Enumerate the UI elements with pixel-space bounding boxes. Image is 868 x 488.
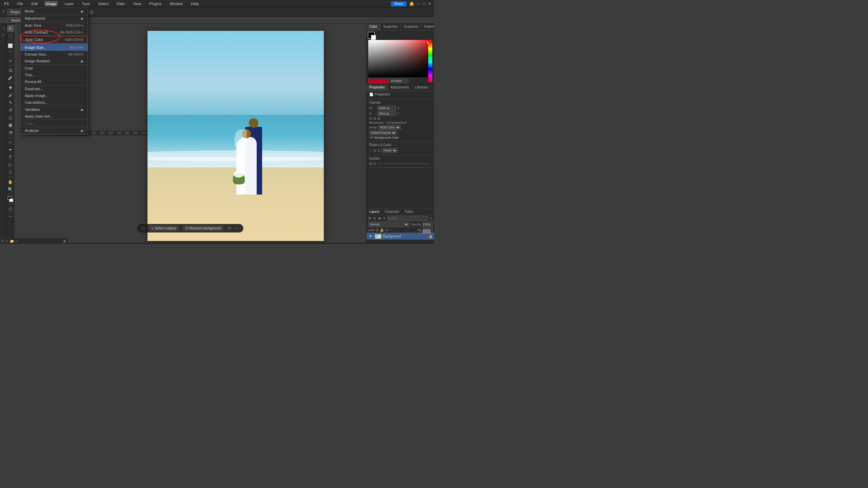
lock-icon-2[interactable]: 🔒 xyxy=(380,228,384,232)
layers-tool-2[interactable]: ⊡ xyxy=(373,216,377,221)
menu-adjustments[interactable]: Adjustments ▶ xyxy=(21,15,88,22)
hex-input[interactable] xyxy=(390,79,409,83)
pen-tool[interactable]: ✒ xyxy=(7,146,14,153)
select-subject-button[interactable]: ⌾ Select subject xyxy=(149,225,179,231)
color-mode-select[interactable]: RGB Color xyxy=(378,125,401,130)
canvas-icon-3[interactable]: ⊠ xyxy=(377,117,380,120)
opacity-input[interactable] xyxy=(422,222,433,227)
tab-paths[interactable]: Paths xyxy=(402,209,416,215)
move-tool[interactable]: ↖ xyxy=(7,25,14,32)
menu-edit[interactable]: Edit xyxy=(30,1,39,6)
tab-gradients[interactable]: Gradients xyxy=(401,24,421,30)
menu-file[interactable]: File xyxy=(16,1,25,6)
healing-tool[interactable]: ✚ xyxy=(7,84,14,91)
ruler-icon-1[interactable]: ⬚ xyxy=(369,149,372,152)
bit-depth-select[interactable]: 8 Bits/Channel xyxy=(369,130,397,135)
menu-layer[interactable]: Layer xyxy=(63,1,75,6)
menu-apply-image[interactable]: Apply Image... xyxy=(21,92,88,99)
menu-mode[interactable]: Mode ▶ xyxy=(21,8,88,15)
dodge-tool[interactable]: ○ xyxy=(7,139,14,146)
quick-mask-tool[interactable]: ⬡ xyxy=(7,206,14,212)
ruler-icon-2[interactable]: ⊞ xyxy=(374,149,376,152)
menu-plugins[interactable]: Plugins xyxy=(148,1,163,6)
remove-background-button[interactable]: ⊡ Remove background xyxy=(183,225,223,231)
menu-image-rotation[interactable]: Image Rotation ▶ xyxy=(21,58,88,64)
hue-slider[interactable] xyxy=(428,42,432,82)
crop-tool[interactable]: ⊡ xyxy=(7,67,14,74)
color-gradient-field[interactable] xyxy=(368,40,432,77)
menu-crop[interactable]: Crop xyxy=(21,65,88,72)
tab-channels[interactable]: Channels xyxy=(382,209,402,215)
menu-auto-contrast[interactable]: Auto Contrast Alt+Shift+Ctrl+L xyxy=(21,29,88,36)
eraser-tool[interactable]: ◻ xyxy=(7,114,14,121)
units-select[interactable]: Pixels xyxy=(382,148,398,153)
shape-tool[interactable]: □ xyxy=(7,169,14,176)
guide-icon-1[interactable]: ⊞ xyxy=(369,162,372,165)
path-select-tool[interactable]: ▷ xyxy=(7,161,14,168)
menu-image-size[interactable]: Image Size... Alt+Ctrl+I xyxy=(21,44,88,51)
tab-adjustments[interactable]: Adjustments xyxy=(388,84,412,91)
window-minimize-icon[interactable]: ─ xyxy=(417,1,420,6)
lock-icon-1[interactable]: ⊞ xyxy=(376,228,378,232)
history-brush-tool[interactable]: ↺ xyxy=(7,107,14,114)
tab-color[interactable]: Color xyxy=(367,24,380,30)
notification-icon[interactable]: 🔔 xyxy=(409,1,414,6)
menu-help[interactable]: Help xyxy=(190,1,200,6)
guide-icon-2[interactable]: ⊡ xyxy=(373,162,376,165)
lock-icon-4[interactable]: ↔ xyxy=(389,228,393,232)
menu-select[interactable]: Select xyxy=(97,1,110,6)
layers-tool-4[interactable]: ▾ xyxy=(382,216,387,221)
quick-select-tool[interactable]: ⌾ xyxy=(7,57,14,64)
tab-patterns[interactable]: Patterns xyxy=(421,24,434,30)
menu-duplicate[interactable]: Duplicate... xyxy=(21,85,88,92)
expand-left-icon[interactable]: ▷ xyxy=(1,32,6,37)
menu-analysis[interactable]: Analysis ▶ xyxy=(21,127,88,134)
window-close-icon[interactable]: ✕ xyxy=(428,1,431,6)
menu-window[interactable]: Window xyxy=(168,1,184,6)
extra-tools[interactable]: ⋯ xyxy=(7,213,14,220)
cancel-type-icon[interactable]: ⊘ xyxy=(88,8,94,16)
canvas-icon-1[interactable]: ⊟ xyxy=(369,117,372,120)
menu-reveal-all[interactable]: Reveal All xyxy=(21,78,88,85)
share-button[interactable]: Share xyxy=(391,1,407,6)
tab-swatches[interactable]: Swatches xyxy=(380,24,401,30)
layers-search-input[interactable] xyxy=(387,216,428,221)
menu-type[interactable]: Type xyxy=(81,1,92,6)
menu-apply-data-set[interactable]: Apply Data Set... xyxy=(21,113,88,120)
window-maximize-icon[interactable]: □ xyxy=(423,1,425,6)
canvas-icon-2[interactable]: ⊞ xyxy=(373,117,376,120)
tab-properties[interactable]: Properties xyxy=(367,84,388,91)
background-color-swatch[interactable] xyxy=(371,35,376,40)
lasso-tool[interactable]: ⌒ xyxy=(7,50,14,57)
color-preview[interactable] xyxy=(368,79,389,83)
marquee-tool[interactable]: ⬜ xyxy=(7,42,14,49)
zoom-tool[interactable]: 🔍 xyxy=(7,186,14,193)
layers-tool-1[interactable]: ⊞ xyxy=(368,216,372,221)
tab-libraries[interactable]: Libraries xyxy=(412,84,431,91)
menu-ps[interactable]: PS xyxy=(3,1,11,6)
menu-trim[interactable]: Trim... xyxy=(21,72,88,78)
ruler-icon-3[interactable]: ⊡ xyxy=(378,149,380,152)
tab-layers[interactable]: Layers xyxy=(367,209,382,215)
menu-canvas-size[interactable]: Canvas Size... Alt+Ctrl+C xyxy=(21,51,88,58)
menu-auto-color[interactable]: Auto Color Shift+Ctrl+B xyxy=(21,36,88,44)
lock-icon-3[interactable]: ⊡ xyxy=(385,228,388,232)
menu-auto-tone[interactable]: Auto Tone Shift+Ctrl+L xyxy=(21,22,88,29)
layers-filter-icon[interactable]: ≡ xyxy=(429,216,433,221)
menu-image[interactable]: Image xyxy=(44,1,58,6)
collapse-left-icon[interactable]: ◁ xyxy=(1,25,6,30)
brush-tool[interactable]: 🖌 xyxy=(7,92,14,99)
artboard-tool[interactable]: ⬚ xyxy=(7,33,14,39)
foreground-bg-color[interactable] xyxy=(7,196,14,203)
gradient-tool[interactable]: ▦ xyxy=(7,122,14,128)
action-expand-icon[interactable]: ⟳ xyxy=(228,226,231,231)
blend-mode-select[interactable]: Normal xyxy=(368,222,409,227)
menu-calculations[interactable]: Calculations... xyxy=(21,99,88,106)
clone-stamp-tool[interactable]: ✎ xyxy=(7,99,14,106)
blur-tool[interactable]: ◔ xyxy=(7,129,14,136)
layers-tool-3[interactable]: ⊠ xyxy=(377,216,381,221)
type-tool[interactable]: T xyxy=(7,154,14,161)
foreground-color-swatch[interactable] xyxy=(368,32,375,39)
menu-view[interactable]: View xyxy=(132,1,142,6)
menu-variables[interactable]: Variables ▶ xyxy=(21,106,88,113)
